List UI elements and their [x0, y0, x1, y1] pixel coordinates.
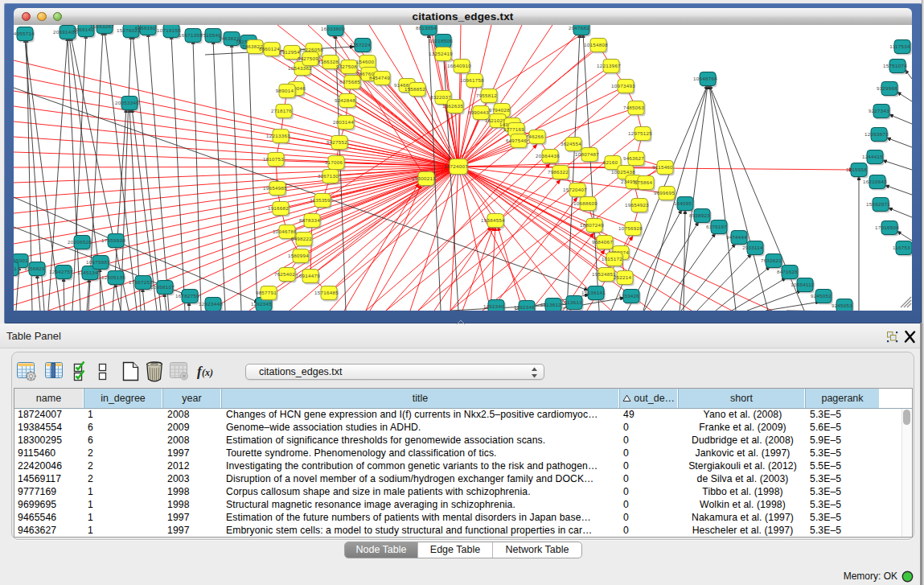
svg-text:1362635: 1362635	[442, 103, 463, 109]
svg-text:8660124: 8660124	[259, 46, 280, 51]
svg-text:10688609: 10688609	[573, 200, 598, 206]
svg-text:1580994: 1580994	[288, 253, 309, 258]
svg-text:17016504: 17016504	[875, 225, 899, 230]
svg-text:1117534: 1117534	[889, 43, 910, 49]
svg-text:1244415: 1244415	[862, 154, 883, 159]
svg-text:19654923: 19654923	[625, 202, 649, 208]
svg-text:15751074: 15751074	[883, 63, 907, 68]
svg-text:6497546: 6497546	[506, 138, 527, 143]
svg-text:16210643: 16210643	[863, 179, 887, 184]
svg-text:10975887: 10975887	[86, 259, 110, 265]
svg-text:2718176: 2718176	[271, 108, 292, 113]
svg-text:16782759: 16782759	[175, 293, 199, 299]
svg-text:9427552: 9427552	[326, 139, 347, 145]
svg-text:1292340: 1292340	[483, 303, 504, 309]
svg-text:16640910: 16640910	[447, 63, 471, 68]
svg-text:1292345: 1292345	[251, 301, 272, 307]
svg-text:746266: 746266	[526, 134, 544, 139]
svg-text:10807487: 10807487	[575, 151, 599, 157]
svg-text:20364436: 20364436	[536, 153, 560, 159]
svg-text:391511: 391511	[14, 266, 17, 271]
svg-text:16671355: 16671355	[179, 32, 203, 38]
svg-text:1513613: 1513613	[561, 299, 582, 305]
svg-text:15716485: 15716485	[314, 290, 339, 295]
svg-text:164095: 164095	[674, 200, 692, 206]
svg-text:(x): (x)	[202, 367, 213, 378]
svg-text:7357224: 7357224	[350, 42, 371, 47]
svg-text:9777169: 9777169	[503, 126, 524, 132]
svg-text:6179197: 6179197	[706, 224, 727, 229]
svg-text:19218506: 19218506	[429, 38, 453, 43]
svg-text:1558852: 1558852	[405, 86, 425, 92]
svg-text:10648764: 10648764	[693, 76, 717, 81]
svg-text:9684067: 9684067	[592, 239, 613, 245]
svg-text:9245053: 9245053	[832, 303, 852, 308]
svg-text:10756928: 10756928	[618, 225, 643, 231]
svg-text:8938923: 8938923	[689, 212, 710, 218]
svg-text:10025438: 10025438	[611, 169, 635, 175]
svg-text:12093873: 12093873	[864, 131, 889, 137]
svg-text:1615172: 1615172	[602, 256, 622, 262]
svg-text:9329966: 9329966	[877, 85, 897, 91]
svg-text:12505135: 12505135	[101, 274, 125, 280]
svg-text:252214: 252214	[614, 274, 632, 280]
svg-text:989014: 989014	[276, 88, 294, 93]
svg-text:10973493: 10973493	[611, 83, 635, 89]
svg-text:8878334: 8878334	[299, 217, 320, 223]
svg-text:5498222: 5498222	[291, 236, 312, 241]
svg-text:8375685: 8375685	[339, 79, 360, 84]
svg-text:9857791: 9857791	[256, 290, 277, 295]
svg-text:9474444: 9474444	[726, 234, 747, 240]
svg-text:23226058: 23226058	[299, 47, 323, 52]
svg-text:1145134: 1145134	[77, 270, 98, 275]
svg-text:8322037: 8322037	[430, 94, 451, 100]
svg-text:8454749: 8454749	[369, 75, 390, 80]
svg-text:8471626: 8471626	[777, 269, 798, 274]
svg-text:3215958: 3215958	[846, 167, 867, 172]
svg-text:2047682: 2047682	[569, 25, 589, 31]
svg-text:1292346: 1292346	[514, 304, 535, 310]
svg-text:9327509: 9327509	[298, 56, 318, 61]
svg-text:12213363: 12213363	[266, 133, 290, 138]
svg-text:7986322: 7986322	[548, 169, 569, 175]
svg-text:15136141: 15136141	[581, 290, 606, 295]
svg-text:12942757: 12942757	[49, 269, 73, 274]
svg-text:1916682: 1916682	[268, 205, 289, 211]
svg-text:9327508: 9327508	[336, 64, 357, 69]
svg-text:9699695: 9699695	[654, 190, 675, 196]
svg-text:7955812: 7955812	[476, 93, 497, 98]
svg-text:10654112: 10654112	[791, 282, 815, 287]
svg-text:18807249: 18807249	[580, 222, 604, 228]
svg-text:1810753: 1810753	[263, 156, 284, 162]
svg-text:317006: 317006	[325, 159, 343, 165]
svg-text:12975125: 12975125	[628, 130, 652, 136]
svg-text:15692971: 15692971	[866, 201, 890, 207]
svg-text:9115460: 9115460	[652, 164, 673, 170]
svg-text:10653287: 10653287	[90, 25, 114, 29]
svg-text:19384554: 19384554	[481, 217, 505, 223]
svg-text:8813054: 8813054	[416, 25, 437, 31]
svg-text:16033809: 16033809	[321, 26, 345, 31]
svg-text:1513612: 1513612	[540, 302, 561, 307]
svg-text:14055714: 14055714	[14, 31, 35, 36]
svg-text:17957253: 17957253	[129, 279, 153, 285]
svg-text:3624554: 3624554	[561, 141, 581, 146]
svg-text:1156829: 1156829	[24, 266, 45, 271]
svg-text:575864: 575864	[634, 179, 653, 185]
svg-text:8990443: 8990443	[468, 109, 489, 115]
svg-text:10154808: 10154808	[584, 42, 608, 47]
svg-text:10961758: 10961758	[460, 77, 484, 83]
svg-text:9245052: 9245052	[811, 293, 832, 299]
svg-text:116753: 116753	[893, 245, 910, 250]
svg-text:9227343: 9227343	[869, 108, 889, 113]
svg-text:9242848: 9242848	[335, 97, 355, 103]
svg-text:17359938: 17359938	[101, 237, 125, 243]
svg-text:2803144: 2803144	[333, 119, 354, 125]
svg-text:9794028: 9794028	[489, 107, 510, 113]
svg-text:154600: 154600	[356, 59, 375, 64]
svg-text:13252419: 13252419	[429, 51, 453, 56]
svg-text:19654985: 19654985	[263, 185, 287, 191]
svg-text:20206526: 20206526	[68, 239, 92, 245]
svg-text:19524851: 19524851	[592, 271, 616, 277]
svg-text:62160: 62160	[603, 159, 618, 165]
